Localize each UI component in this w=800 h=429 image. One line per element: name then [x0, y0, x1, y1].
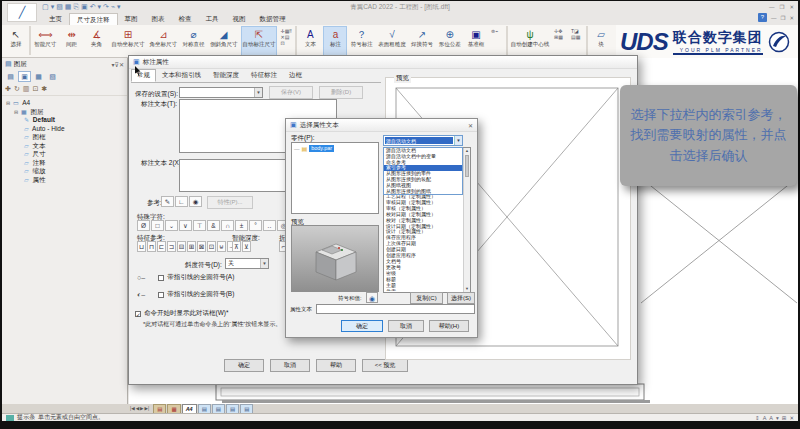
menu-tab[interactable]: 主页: [42, 13, 69, 25]
special-char-button[interactable]: Ø: [137, 220, 150, 231]
new-icon[interactable]: ▢: [42, 2, 49, 12]
copy-icon[interactable]: ▣: [81, 2, 88, 12]
properties-button[interactable]: 特性(P)...: [207, 196, 253, 209]
sheet-tab-2d-model[interactable]: ▦: [167, 404, 180, 413]
help-button[interactable]: ?: [758, 13, 767, 22]
status-icon[interactable]: A: [763, 415, 767, 421]
groups-tab-icon[interactable]: ▦: [32, 71, 45, 82]
library-tab-icon[interactable]: ▤: [4, 71, 17, 82]
layer-row[interactable]: ▱ 尺寸: [6, 150, 127, 159]
cancel-button[interactable]: 取消: [270, 359, 310, 372]
table-tools[interactable]: T◪▤▦: [569, 26, 585, 56]
reference-button[interactable]: ✎: [161, 196, 174, 207]
callout-button[interactable]: a 标注: [323, 26, 347, 56]
leader-a-checkbox[interactable]: [158, 275, 164, 281]
select-tool-button[interactable]: ↖ 选择: [4, 26, 28, 56]
auto-centerline-button[interactable]: ψ 自动创建中心线: [509, 26, 551, 56]
smart-dimension-button[interactable]: ⟺ 智能尺寸: [32, 26, 59, 56]
sheet-tab-a4[interactable]: A4: [182, 404, 197, 413]
special-char-button[interactable]: °: [249, 220, 262, 231]
saved-settings-combo[interactable]: ▼: [179, 87, 263, 98]
feature-ref-button[interactable]: ⊔: [137, 241, 146, 252]
chamfer-dimension-button[interactable]: ◢ 倒斜角尺寸: [208, 26, 240, 56]
scroll-thumb[interactable]: [465, 155, 469, 177]
source-combo[interactable]: 源自活动文档 ▼: [383, 135, 463, 146]
feature-ref-button[interactable]: ⊡: [207, 241, 216, 252]
text-button[interactable]: A 文本: [298, 26, 322, 56]
print-icon[interactable]: ⎘: [73, 2, 79, 12]
special-char-button[interactable]: ⊤: [193, 220, 206, 231]
panel-close-icon[interactable]: ✕: [119, 62, 124, 68]
menu-tab[interactable]: 检查: [172, 13, 199, 25]
save-settings-button[interactable]: 保存(V): [269, 86, 313, 99]
angle-between-button[interactable]: ∡ 夹角: [85, 26, 109, 56]
part-tree[interactable]: — ▤ body.par: [291, 142, 379, 214]
scroll-up-icon[interactable]: ▲: [464, 148, 470, 154]
layer-row[interactable]: ▱ 图框: [6, 133, 127, 142]
distance-between-button[interactable]: ⇹ 间距: [60, 26, 84, 56]
dialog-titlebar[interactable]: ▣ 标注属性: [129, 56, 637, 69]
feature-ref-button[interactable]: ⊟: [177, 241, 186, 252]
sheet-nav-button[interactable]: ▶: [140, 405, 143, 413]
refresh-layer-icon[interactable]: ↻: [14, 85, 20, 93]
chevron-down-icon[interactable]: ▼: [260, 259, 268, 268]
status-icon[interactable]: ⊞: [782, 415, 787, 421]
sheet-nav-button[interactable]: ▶|: [145, 405, 150, 413]
property-text-input[interactable]: [316, 304, 475, 314]
open-icon[interactable]: ▧: [56, 2, 63, 12]
menu-tab[interactable]: 数据管理: [253, 13, 293, 25]
layer-row[interactable]: ▱ Auto - Hide: [6, 125, 127, 134]
feature-ref-button[interactable]: ⊐: [167, 241, 176, 252]
close-icon[interactable]: ✕: [468, 122, 473, 129]
datum-frame-button[interactable]: ▣ 基准框: [464, 26, 488, 56]
menu-tab[interactable]: 草图: [118, 13, 145, 25]
tree-node-layers-group[interactable]: ⊟ ▦ 图层: [6, 108, 127, 117]
dialog-tab[interactable]: 边框: [283, 69, 308, 82]
property-list-item[interactable]: 作者: [385, 289, 462, 292]
source-dropdown-item[interactable]: 从图形连接到的图纸: [384, 189, 462, 195]
part-tree-item[interactable]: — ▤ body.par: [294, 145, 376, 152]
cancel-button[interactable]: 取消: [388, 320, 424, 332]
feature-ref-button[interactable]: ⊎: [217, 241, 226, 252]
chevron-down-icon[interactable]: ▼: [454, 136, 462, 145]
special-char-button[interactable]: ⌄: [165, 220, 178, 231]
dimension-extra-tools[interactable]: ✛▦‼✕▤⊡: [278, 26, 294, 56]
status-icon[interactable]: ▾: [776, 415, 779, 421]
undo-icon[interactable]: ↶: [90, 2, 96, 12]
ok-button[interactable]: 确定: [341, 320, 383, 332]
feature-ref-button[interactable]: ⊏: [157, 241, 166, 252]
doc-minimize-button[interactable]: —: [771, 15, 777, 21]
layer-settings-icon[interactable]: ⊡: [32, 85, 38, 93]
special-char-button[interactable]: ∨: [179, 220, 192, 231]
menu-tab[interactable]: 工具: [199, 13, 226, 25]
reference-button[interactable]: ∟: [175, 196, 188, 207]
chevron-down-icon[interactable]: ▼: [254, 88, 262, 97]
sheet-nav-button[interactable]: ◀: [136, 405, 139, 413]
smart-depth-button[interactable]: ⊻: [242, 241, 251, 252]
layers-tab-icon[interactable]: ▣: [18, 71, 31, 82]
feature-ref-button[interactable]: ⊓: [147, 241, 156, 252]
delete-settings-button[interactable]: 删除(D): [319, 86, 363, 99]
sheet-nav-button[interactable]: |◀: [130, 405, 135, 413]
geometric-tolerance-button[interactable]: ⊕ 形位公差: [436, 26, 463, 56]
status-icon[interactable]: ⇕: [755, 415, 760, 421]
ok-button[interactable]: 确定: [224, 359, 264, 372]
angular-coordinate-dimension-button[interactable]: ⊿ 角坐标尺寸: [147, 26, 179, 56]
expand-icon[interactable]: ⊟: [6, 100, 10, 106]
leader-b-checkbox[interactable]: [158, 292, 164, 298]
show-dialog-checkbox[interactable]: ✓: [135, 311, 141, 317]
sheet-tab[interactable]: ▤: [198, 404, 211, 413]
layer-options-icon[interactable]: ✱: [41, 85, 47, 93]
more-dropdown-icon[interactable]: ▾: [117, 2, 121, 12]
special-char-button[interactable]: ‥: [263, 220, 276, 231]
expand-icon[interactable]: ⊟: [14, 109, 18, 115]
preview-toggle-button[interactable]: << 预览: [362, 359, 408, 372]
layer-row[interactable]: ▱ 缩放: [6, 167, 127, 176]
menu-tab[interactable]: 视图: [226, 13, 253, 25]
surface-finish-button[interactable]: √ 表面粗糙度: [376, 26, 408, 56]
close-button[interactable]: ✕: [789, 2, 794, 12]
dialog-tab[interactable]: 特征标注: [245, 69, 283, 82]
layer-row[interactable]: ▱ 属性: [6, 176, 127, 185]
layer-row[interactable]: ▱ 文本: [6, 142, 127, 151]
app-logo-icon[interactable]: ╱: [7, 3, 37, 22]
